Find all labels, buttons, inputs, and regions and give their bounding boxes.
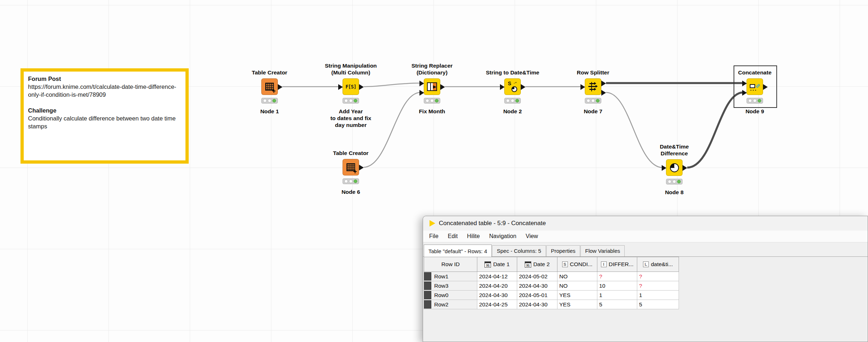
row-id-cell[interactable]: Row0 — [424, 291, 477, 300]
table-cell[interactable]: 2024-04-30 — [517, 300, 557, 309]
table-cell[interactable]: YES — [557, 300, 597, 309]
tab-1[interactable]: Spec - Columns: 5 — [492, 245, 546, 256]
connection-1[interactable] — [364, 83, 421, 87]
table-cell[interactable]: 2024-05-02 — [517, 272, 557, 281]
table-cell[interactable]: NO — [557, 281, 597, 291]
table-cell[interactable]: 2024-04-20 — [477, 281, 517, 291]
output-port[interactable] — [763, 84, 768, 90]
output-port[interactable] — [278, 84, 283, 90]
output-port[interactable] — [683, 165, 687, 171]
table-cell[interactable]: NO — [557, 272, 597, 281]
node-node9[interactable]: ∞··· — [747, 78, 763, 95]
table-row[interactable]: Row32024-04-202024-04-30NO10? — [424, 281, 679, 291]
output-table: Row ID31Date 131Date 2SCONDI...IDIFFER..… — [424, 257, 679, 309]
column-header[interactable]: 31Date 2 — [517, 257, 557, 272]
node-node8[interactable] — [666, 159, 683, 176]
table-cell[interactable]: 5 — [597, 300, 637, 309]
table-cell[interactable]: ? — [637, 281, 679, 291]
traffic-green — [435, 99, 438, 102]
input-port[interactable] — [662, 165, 666, 171]
output-port[interactable] — [359, 165, 364, 170]
output-port[interactable] — [601, 90, 606, 96]
table-cell[interactable]: 5 — [637, 300, 679, 309]
annotation-title: Forum Post — [28, 75, 181, 83]
row-selector[interactable] — [424, 300, 431, 309]
traffic-green — [354, 179, 357, 183]
column-header[interactable]: Ldate&ti... — [637, 257, 679, 272]
input-port[interactable] — [338, 84, 343, 90]
dynamic-ports-dots: ··· — [750, 87, 757, 93]
menu-hilite[interactable]: Hilite — [462, 233, 484, 240]
workflow-annotation[interactable]: Forum Post https://forum.knime.com/t/cal… — [20, 68, 189, 164]
tab-2[interactable]: Properties — [546, 245, 580, 256]
table-cell[interactable]: 1 — [597, 291, 637, 300]
tab-3[interactable]: Flow Variables — [580, 245, 625, 256]
column-header[interactable]: 31Date 1 — [477, 257, 517, 272]
table-row[interactable]: Row22024-04-252024-04-30YES55 — [424, 300, 679, 309]
node-node2[interactable]: S→ — [504, 78, 521, 95]
traffic-light — [666, 179, 683, 184]
row-splitter-glyph — [588, 82, 598, 91]
node-name-fix-month: Fix Month — [389, 108, 475, 115]
input-port[interactable] — [419, 81, 424, 86]
row-selector[interactable] — [424, 282, 431, 290]
node-name-node6: Node 6 — [308, 188, 394, 195]
row-selector[interactable] — [424, 291, 431, 299]
node-name-node1: Node 1 — [226, 108, 313, 115]
column-header[interactable]: IDIFFER... — [597, 257, 637, 272]
node-add-year[interactable]: F[S] — [343, 78, 359, 95]
column-header[interactable]: Row ID — [424, 257, 477, 272]
menu-file[interactable]: File — [424, 233, 443, 240]
output-port[interactable] — [521, 84, 525, 90]
traffic-yellow — [591, 99, 595, 102]
output-port[interactable] — [440, 84, 445, 90]
annotation-url: https://forum.knime.com/t/calculate-date… — [28, 83, 181, 99]
table-cell[interactable]: 2024-04-30 — [477, 291, 517, 300]
window-titlebar[interactable]: Concatenated table - 5:9 - Concatenate — [423, 216, 868, 231]
input-port[interactable] — [419, 90, 424, 96]
node-fix-month[interactable]: ▶ — [424, 78, 440, 95]
table-cell[interactable]: ? — [637, 272, 679, 281]
menu-view[interactable]: View — [521, 233, 543, 240]
type-I-icon: I — [601, 261, 607, 267]
node-name-node7: Node 7 — [550, 108, 636, 115]
node-node6[interactable]: + — [343, 159, 359, 175]
annotation-challenge-label: Challenge — [28, 106, 181, 114]
traffic-red — [263, 99, 267, 102]
node-node1[interactable]: + — [261, 78, 278, 95]
row-selector[interactable] — [424, 272, 431, 281]
row-id-cell[interactable]: Row3 — [424, 281, 477, 291]
traffic-yellow — [430, 99, 434, 102]
traffic-light — [504, 98, 521, 104]
column-header[interactable]: SCONDI... — [557, 257, 597, 272]
input-port[interactable] — [742, 90, 747, 96]
output-port[interactable] — [601, 81, 606, 86]
input-port[interactable] — [742, 81, 747, 86]
table-cell[interactable]: 2024-04-30 — [517, 281, 557, 291]
menu-edit[interactable]: Edit — [443, 233, 463, 240]
traffic-yellow — [268, 99, 271, 102]
traffic-yellow — [349, 179, 353, 183]
traffic-red — [587, 99, 590, 102]
table-cell[interactable]: YES — [557, 291, 597, 300]
table-row[interactable]: Row12024-04-122024-05-02NO?? — [424, 272, 679, 281]
table-cell[interactable]: 2024-04-25 — [477, 300, 517, 309]
table-cell[interactable]: 2024-04-12 — [477, 272, 517, 281]
node-label-node2: String to Date&Time — [469, 69, 556, 76]
output-table-window[interactable]: Concatenated table - 5:9 - Concatenate F… — [423, 216, 868, 342]
table-row[interactable]: Row02024-04-302024-05-01YES11 — [424, 291, 679, 300]
menu-navigation[interactable]: Navigation — [484, 233, 521, 240]
output-port[interactable] — [359, 84, 364, 90]
input-port[interactable] — [580, 84, 585, 90]
table-cell[interactable]: 2024-05-01 — [517, 291, 557, 300]
table-cell[interactable]: 10 — [597, 281, 637, 291]
row-id-cell[interactable]: Row1 — [424, 272, 477, 281]
row-id-cell[interactable]: Row2 — [424, 300, 477, 309]
table-cell[interactable]: ? — [597, 272, 637, 281]
input-port[interactable] — [500, 84, 505, 90]
tab-0[interactable]: Table "default" - Rows: 4 — [424, 245, 492, 257]
node-node7[interactable] — [585, 78, 601, 95]
annotation-challenge-text: Conditionally calculate difference betwe… — [28, 114, 181, 130]
table-cell[interactable]: 1 — [637, 291, 679, 300]
node-label-fix-month: String Replacer(Dictionary) — [389, 62, 475, 76]
